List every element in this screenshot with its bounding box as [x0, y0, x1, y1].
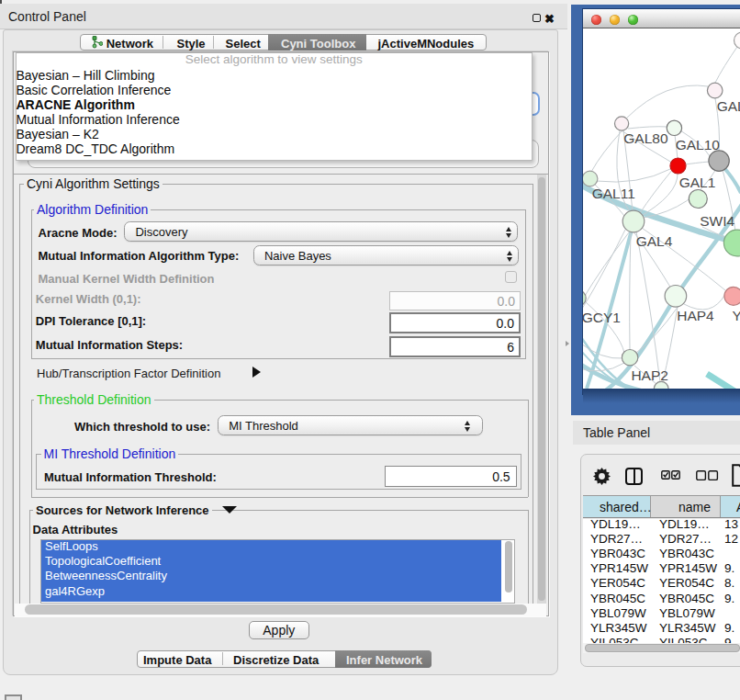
svg-text:GAL7: GAL7: [717, 98, 740, 114]
svg-text:HAP2: HAP2: [632, 367, 669, 383]
svg-text:GAL4: GAL4: [636, 233, 673, 249]
svg-text:YEL: YEL: [733, 308, 740, 323]
svg-text:GAL11: GAL11: [592, 186, 635, 201]
svg-text:HAP4: HAP4: [677, 308, 714, 323]
svg-text:GAL10: GAL10: [676, 137, 721, 152]
svg-text:GCY1: GCY1: [583, 310, 621, 325]
svg-text:SWI4: SWI4: [700, 213, 734, 229]
svg-text:GAL80: GAL80: [624, 130, 669, 146]
svg-text:GAL1: GAL1: [679, 175, 716, 190]
